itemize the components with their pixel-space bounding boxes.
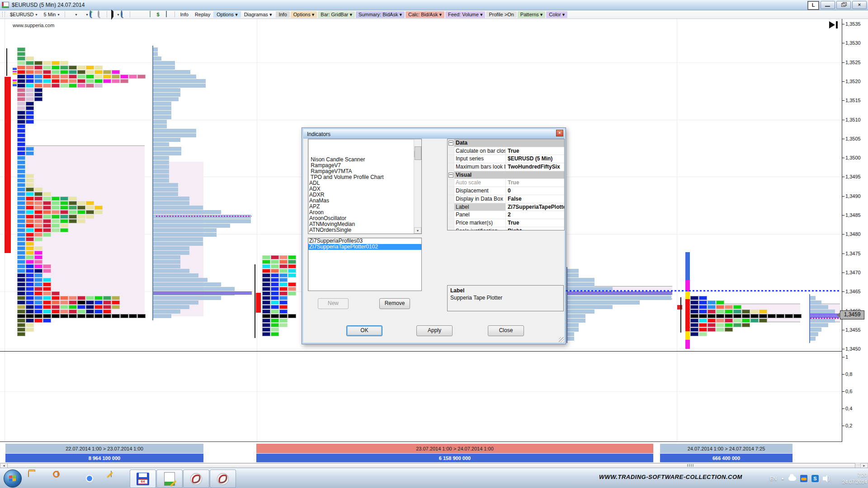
toolbar-chip-info[interactable]: Info xyxy=(276,11,289,18)
indicator-list-item[interactable]: TPO and Volume Profile Chart xyxy=(308,174,421,180)
property-row[interactable]: Panel2 xyxy=(448,211,564,219)
remove-button[interactable]: Remove xyxy=(379,298,410,309)
start-button[interactable] xyxy=(4,469,22,488)
cursor-tool-icon[interactable] xyxy=(109,11,117,18)
toolbar-chip-color[interactable]: Color ▾ xyxy=(546,11,567,18)
interval-dropdown[interactable]: 5 Min▾ xyxy=(41,11,62,18)
available-indicators-list[interactable]: ▲ ▼ Nison Candle Scanner RampageV7 Rampa… xyxy=(308,139,422,234)
resize-grip[interactable] xyxy=(559,337,564,343)
collapse-icon[interactable] xyxy=(448,141,453,145)
property-value[interactable]: TwoHundredFiftySix xyxy=(506,163,564,171)
property-row[interactable]: Scale justificationRight xyxy=(448,227,564,230)
search-icon[interactable] xyxy=(120,11,127,18)
taskbar-app-ninjatrader-2[interactable] xyxy=(210,469,236,488)
property-value[interactable]: False xyxy=(506,195,564,203)
collapse-icon[interactable] xyxy=(448,173,453,178)
property-value[interactable]: Zi7SupperiaTapePlotter xyxy=(506,203,564,211)
chevron-down-icon[interactable]: ▾ xyxy=(75,13,77,17)
zoom-in-icon[interactable] xyxy=(89,11,96,18)
candlestick-icon[interactable] xyxy=(141,11,148,18)
property-row[interactable]: Maximum bars look baTwoHundredFiftySix xyxy=(448,163,564,171)
toolbar-chip-bar-gridbar[interactable]: Bar: GridBar ▾ xyxy=(318,11,355,18)
skip-to-end-icon[interactable] xyxy=(829,21,840,28)
property-row[interactable]: Calculate on bar closeTrue xyxy=(448,147,564,155)
chevron-down-icon[interactable]: ▾ xyxy=(86,13,88,17)
window-titlebar[interactable]: $EURUSD (5 Min) 24.07.2014 L × xyxy=(0,0,868,10)
line-chart-icon[interactable] xyxy=(149,11,156,18)
taskbar-app-chart-doc[interactable] xyxy=(156,469,183,488)
property-category-row[interactable]: Data xyxy=(448,139,564,147)
toolbar-chip-feed-volume[interactable]: Feed: Volume ▾ xyxy=(445,11,485,18)
taskbar-app-ninjatrader-1[interactable] xyxy=(183,469,209,488)
toolbar-grip[interactable] xyxy=(2,12,5,17)
tray-chevron-icon[interactable]: ▲ xyxy=(781,476,784,480)
volume-icon[interactable] xyxy=(823,477,826,480)
applied-indicators-list[interactable]: Zi7SupperiaProfiles03Zi7SupperiaTapePlot… xyxy=(308,238,422,291)
restore-button[interactable] xyxy=(836,1,851,9)
property-row[interactable]: Price marker(s)True xyxy=(448,219,564,227)
table-icon[interactable] xyxy=(165,11,172,18)
new-button[interactable]: New xyxy=(318,298,349,309)
property-value[interactable]: $EURUSD (5 Min) xyxy=(506,155,564,163)
bar-type-icon[interactable] xyxy=(67,11,75,18)
symbol-dropdown[interactable]: $EURUSD▾ xyxy=(7,11,40,18)
list-scrollbar[interactable]: ▲ ▼ xyxy=(414,139,421,234)
language-indicator[interactable]: EN xyxy=(770,476,777,481)
weather-cloud-icon[interactable] xyxy=(800,475,807,482)
right-tape-cluster-cell xyxy=(750,314,759,318)
menu-item-diagramas[interactable]: Diagramas ▾ xyxy=(241,11,275,18)
chevron-down-icon[interactable]: ▾ xyxy=(118,13,119,17)
property-row[interactable]: Auto scaleTrue xyxy=(448,179,564,187)
property-value[interactable]: True xyxy=(506,179,564,187)
apply-button[interactable]: Apply xyxy=(416,325,453,336)
notepad-icon[interactable] xyxy=(108,471,123,486)
cloud-icon[interactable] xyxy=(788,476,796,481)
property-value[interactable]: 0 xyxy=(506,187,564,195)
toolbar-chip-options[interactable]: Options ▾ xyxy=(291,11,317,18)
indicator-list-item[interactable]: AnaMas xyxy=(308,198,421,204)
property-value[interactable]: True xyxy=(506,219,564,227)
toolbar-chip-calc-bid-ask[interactable]: Calc: Bid/Ask ▾ xyxy=(406,11,444,18)
explorer-icon[interactable] xyxy=(28,471,42,486)
draw-tool-icon[interactable] xyxy=(78,11,85,18)
menu-item-options[interactable]: Options ▾ xyxy=(213,11,241,18)
toolbar-chip-profile-on[interactable]: Profile >On xyxy=(486,11,516,18)
indicator-list-item[interactable]: APZ xyxy=(308,204,421,210)
ok-button[interactable]: OK xyxy=(346,325,382,336)
clock[interactable]: 7:20 24.07.2014 xyxy=(835,472,867,485)
search-app-icon[interactable] xyxy=(55,471,70,486)
property-value[interactable]: 2 xyxy=(506,211,564,219)
menu-item-info[interactable]: Info xyxy=(177,11,192,18)
dialog-close-button[interactable]: × xyxy=(556,130,563,136)
toolbar-chip-summary-bidask[interactable]: Summary: BidAsk ▾ xyxy=(356,11,405,18)
grid-bars-icon[interactable] xyxy=(132,11,140,18)
left-tape-cluster-cell xyxy=(17,206,25,210)
property-value[interactable]: True xyxy=(506,147,564,155)
indicator-list-item[interactable]: ADL xyxy=(308,180,421,186)
scroll-down-icon[interactable]: ▼ xyxy=(414,227,421,234)
taskbar-app-floppy[interactable] xyxy=(130,469,156,488)
dollar-icon[interactable]: $ xyxy=(157,11,164,18)
property-row[interactable]: Display in Data BoxFalse xyxy=(448,195,564,203)
left-tape-cluster-cell xyxy=(112,79,120,83)
properties-grid[interactable]: DataCalculate on bar closeTrueInput seri… xyxy=(447,139,565,230)
scrollbar-thumb[interactable] xyxy=(415,146,421,160)
close-button[interactable]: × xyxy=(852,1,867,9)
close-button[interactable]: Close xyxy=(488,325,524,336)
zoom-out-icon[interactable] xyxy=(97,11,104,18)
toolbar-chip-patterns[interactable]: Patterns ▾ xyxy=(518,11,546,18)
property-category-row[interactable]: Visual xyxy=(448,171,564,179)
chrome-icon[interactable] xyxy=(81,471,96,486)
property-value[interactable]: Right xyxy=(506,227,564,230)
property-row[interactable]: LabelZi7SupperiaTapePlotter xyxy=(448,203,564,211)
indicator-list-item[interactable]: ADX xyxy=(308,186,421,192)
minimize-button[interactable] xyxy=(821,1,835,9)
applied-indicator-item[interactable]: Zi7SupperiaTapePlotter0102 xyxy=(308,244,421,250)
l-button[interactable]: L xyxy=(807,1,819,10)
property-row[interactable]: Input series$EURUSD (5 Min) xyxy=(448,155,564,163)
indicator-list-item[interactable]: ATNPostionInfo xyxy=(308,233,421,234)
menu-item-replay[interactable]: Replay xyxy=(192,11,213,18)
property-row[interactable]: Displacement0 xyxy=(448,187,564,195)
skype-icon[interactable]: S xyxy=(811,475,819,482)
dialog-titlebar[interactable]: Indicators xyxy=(303,129,564,139)
